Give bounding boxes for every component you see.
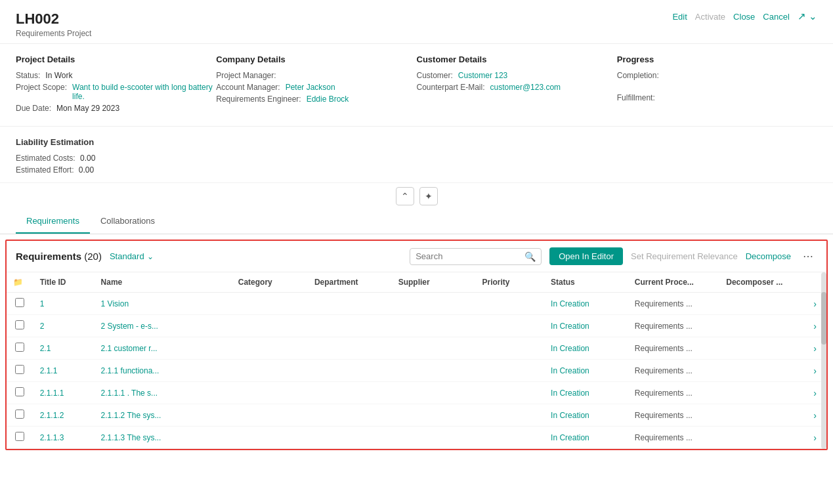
tab-collaborations[interactable]: Collaborations bbox=[90, 209, 165, 234]
more-options-button[interactable]: ⋯ bbox=[799, 249, 817, 264]
row-department bbox=[308, 293, 392, 315]
row-status: In Creation bbox=[544, 382, 628, 404]
row-category bbox=[232, 382, 308, 404]
row-titleid: 2.1.1.3 bbox=[33, 427, 95, 449]
titleid-link[interactable]: 2.1.1.1 bbox=[40, 388, 64, 398]
titleid-link[interactable]: 2.1.1.3 bbox=[40, 433, 64, 442]
name-link[interactable]: 2.1.1.1 . The s... bbox=[101, 388, 158, 398]
req-panel-header: Requirements (20) Standard ⌄ 🔍 Open In E… bbox=[7, 241, 826, 272]
scrollbar[interactable] bbox=[821, 272, 826, 449]
row-process: Requirements ... bbox=[628, 360, 719, 382]
liability-heading: Liability Estimation bbox=[16, 137, 817, 147]
liability-section: Liability Estimation Estimated Costs: 0.… bbox=[0, 127, 833, 183]
col-header-supplier[interactable]: Supplier bbox=[392, 272, 476, 293]
table-row: 2.1.1.2 2.1.1.2 The sys... In Creation R… bbox=[7, 404, 826, 427]
row-detail-arrow[interactable]: › bbox=[813, 432, 817, 443]
header-actions: Edit Activate Close Cancel ↗ ⌄ bbox=[672, 10, 817, 22]
row-titleid: 2.1.1.1 bbox=[33, 382, 95, 404]
col-header-decomposer[interactable]: Decomposer ... bbox=[719, 272, 803, 293]
customer-value[interactable]: Customer 123 bbox=[458, 71, 507, 80]
search-input[interactable] bbox=[416, 251, 521, 261]
name-link[interactable]: 2.1 customer r... bbox=[101, 344, 158, 353]
row-name: 2.1.1.2 The sys... bbox=[95, 404, 232, 427]
row-checkbox[interactable] bbox=[15, 365, 24, 374]
col-header-department[interactable]: Department bbox=[308, 272, 392, 293]
divider-controls: ⌃ ✦ bbox=[0, 183, 833, 209]
row-process: Requirements ... bbox=[628, 427, 719, 449]
titleid-link[interactable]: 2 bbox=[40, 322, 45, 331]
col-header-priority[interactable]: Priority bbox=[475, 272, 544, 293]
collapse-button[interactable]: ⌃ bbox=[396, 187, 414, 205]
row-detail-arrow[interactable]: › bbox=[813, 388, 817, 398]
activate-button[interactable]: Activate bbox=[695, 12, 725, 22]
due-row: Due Date: Mon May 29 2023 bbox=[16, 104, 216, 113]
row-detail-arrow[interactable]: › bbox=[813, 321, 817, 331]
req-view-selector[interactable]: Standard ⌄ bbox=[110, 251, 154, 261]
open-in-editor-button[interactable]: Open In Editor bbox=[549, 247, 623, 265]
completion-row: Completion: bbox=[617, 71, 817, 80]
row-checkbox[interactable] bbox=[15, 410, 24, 419]
email-value[interactable]: customer@123.com bbox=[490, 83, 561, 92]
row-process: Requirements ... bbox=[628, 337, 719, 360]
effort-label: Estimated Effort: bbox=[16, 165, 74, 175]
pin-button[interactable]: ✦ bbox=[419, 187, 438, 205]
table-row: 2.1.1.3 2.1.1.3 The sys... In Creation R… bbox=[7, 427, 826, 449]
scope-value[interactable]: Want to build e-scooter with long batter… bbox=[72, 83, 216, 101]
engineer-value[interactable]: Eddie Brock bbox=[307, 94, 349, 104]
project-details-heading: Project Details bbox=[16, 54, 216, 64]
titleid-link[interactable]: 2.1 bbox=[40, 344, 51, 353]
col-header-name[interactable]: Name bbox=[95, 272, 232, 293]
process-text: Requirements ... bbox=[635, 433, 693, 442]
name-link[interactable]: 2.1.1 functiona... bbox=[101, 366, 160, 375]
row-checkbox[interactable] bbox=[15, 432, 24, 441]
customer-row: Customer: Customer 123 bbox=[417, 71, 617, 80]
row-department bbox=[308, 337, 392, 360]
name-link[interactable]: 2.1.1.3 The sys... bbox=[101, 433, 161, 442]
row-priority bbox=[475, 315, 544, 337]
row-detail-arrow[interactable]: › bbox=[813, 343, 817, 354]
row-supplier bbox=[392, 427, 476, 449]
search-box[interactable]: 🔍 bbox=[410, 248, 542, 265]
titleid-link[interactable]: 2.1.1.2 bbox=[40, 411, 64, 420]
row-detail-arrow[interactable]: › bbox=[813, 410, 817, 421]
costs-value: 0.00 bbox=[80, 154, 95, 163]
engineer-row: Requirements Engineer: Eddie Brock bbox=[216, 94, 416, 104]
edit-button[interactable]: Edit bbox=[672, 12, 687, 22]
scrollbar-thumb[interactable] bbox=[821, 292, 826, 345]
row-decomposer bbox=[719, 382, 803, 404]
name-link[interactable]: 2 System - e-s... bbox=[101, 322, 158, 331]
row-detail-arrow[interactable]: › bbox=[813, 299, 817, 309]
effort-value: 0.00 bbox=[79, 165, 94, 175]
tab-requirements[interactable]: Requirements bbox=[16, 209, 90, 234]
requirements-panel: Requirements (20) Standard ⌄ 🔍 Open In E… bbox=[5, 240, 828, 450]
status-badge: In Creation bbox=[551, 366, 589, 375]
name-link[interactable]: 2.1.1.2 The sys... bbox=[101, 411, 161, 420]
row-department bbox=[308, 360, 392, 382]
row-detail-arrow[interactable]: › bbox=[813, 366, 817, 376]
account-value[interactable]: Peter Jackson bbox=[286, 83, 335, 92]
row-checkbox[interactable] bbox=[15, 298, 24, 307]
cancel-button[interactable]: Cancel bbox=[763, 12, 789, 22]
row-department bbox=[308, 315, 392, 337]
row-priority bbox=[475, 382, 544, 404]
col-header-titleid[interactable]: Title ID bbox=[33, 272, 95, 293]
col-header-category[interactable]: Category bbox=[232, 272, 308, 293]
row-titleid: 2.1 bbox=[33, 337, 95, 360]
row-name: 1 Vision bbox=[95, 293, 232, 315]
titleid-link[interactable]: 2.1.1 bbox=[40, 366, 58, 375]
name-link[interactable]: 1 Vision bbox=[101, 299, 129, 308]
titleid-link[interactable]: 1 bbox=[40, 299, 45, 308]
close-button[interactable]: Close bbox=[733, 12, 755, 22]
status-badge: In Creation bbox=[551, 388, 589, 398]
col-header-status[interactable]: Status bbox=[544, 272, 628, 293]
row-decomposer bbox=[719, 427, 803, 449]
export-icon[interactable]: ↗ ⌄ bbox=[798, 10, 817, 22]
row-checkbox[interactable] bbox=[15, 320, 24, 329]
col-header-process[interactable]: Current Proce... bbox=[628, 272, 719, 293]
row-checkbox[interactable] bbox=[15, 387, 24, 396]
decompose-button[interactable]: Decompose bbox=[746, 251, 791, 261]
set-relevance-button[interactable]: Set Requirement Relevance bbox=[631, 251, 738, 261]
row-checkbox[interactable] bbox=[15, 343, 24, 352]
progress-heading: Progress bbox=[617, 54, 817, 64]
status-badge: In Creation bbox=[551, 299, 589, 308]
